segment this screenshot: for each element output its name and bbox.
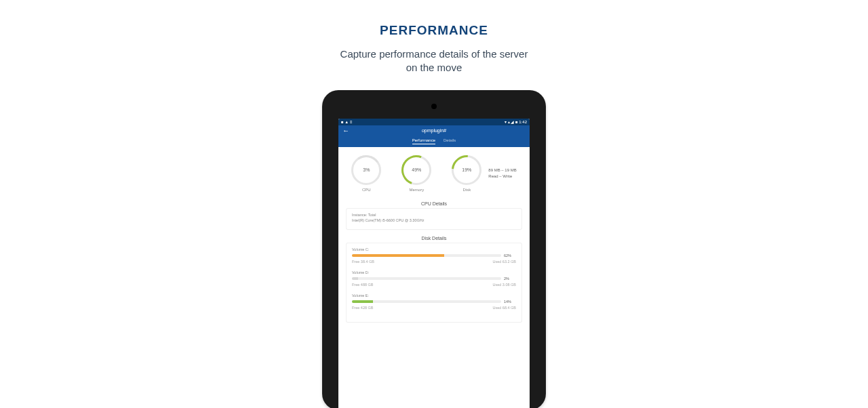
statusbar-left: ■ ▲ ≡ bbox=[341, 120, 352, 124]
gauge-disk[interactable]: 19% bbox=[452, 155, 481, 185]
tab-bar: Performance Details bbox=[338, 136, 530, 147]
disk-item-name: Volume E: bbox=[352, 293, 516, 298]
cpu-instance-line: Instance: Total bbox=[352, 213, 516, 217]
gauge-disk-label: Disk bbox=[462, 188, 471, 192]
tablet-frame: ■ ▲ ≡ ▾ ▴ ◢ ■ 1:42 ← opmplugin# Performa… bbox=[322, 90, 546, 409]
statusbar-right-text: ▾ ▴ ◢ ■ 1:42 bbox=[505, 119, 527, 124]
disk-item: Volume D:2%Free 488 GBUsed 3.08 GB bbox=[352, 270, 516, 287]
gauge-disk-row: 19% Disk 89 MB – 19 MB Read – Write bbox=[452, 155, 516, 192]
disk-item-name: Volume C: bbox=[352, 247, 516, 251]
disk-usage-bar: 2% bbox=[352, 277, 516, 281]
android-statusbar: ■ ▲ ≡ ▾ ▴ ◢ ■ 1:42 bbox=[338, 119, 530, 125]
disk-meta: Free 38.4 GBUsed 63.2 GB bbox=[352, 260, 516, 264]
disk-free-label: Free 428 GB bbox=[352, 306, 374, 310]
bar-track bbox=[352, 254, 501, 257]
gauge-memory-block: 49% Memory bbox=[401, 155, 431, 192]
gauge-cpu[interactable]: 3% bbox=[351, 155, 381, 185]
disk-usage-bar: 14% bbox=[352, 300, 516, 304]
disk-used-label: Used 63.2 GB bbox=[492, 260, 516, 264]
disk-used-label: Used 3.08 GB bbox=[492, 283, 516, 287]
bar-fill bbox=[352, 254, 444, 257]
bar-fill bbox=[352, 277, 358, 280]
bar-track bbox=[352, 277, 501, 280]
hero-sub-line2: on the move bbox=[406, 62, 462, 73]
gauge-disk-arc-icon bbox=[446, 149, 488, 191]
disk-item: Volume E:14%Free 428 GBUsed 68.4 GB bbox=[352, 293, 516, 310]
hero: PERFORMANCE Capture performance details … bbox=[0, 0, 868, 75]
gauge-memory-label: Memory bbox=[409, 188, 424, 192]
disk-meta: Free 428 GBUsed 68.4 GB bbox=[352, 306, 516, 310]
disk-free-label: Free 38.4 GB bbox=[352, 260, 374, 264]
tab-details[interactable]: Details bbox=[443, 138, 456, 144]
disk-throughput-line2: Read – Write bbox=[488, 174, 516, 179]
statusbar-right: ▾ ▴ ◢ ■ 1:42 bbox=[505, 119, 527, 124]
hero-sub-line1: Capture performance details of the serve… bbox=[340, 48, 528, 60]
bar-percent: 14% bbox=[504, 300, 516, 304]
bar-fill bbox=[352, 300, 373, 303]
cpu-model-line: Intel(R) Core(TM) i5-6600 CPU @ 3.30GHz bbox=[352, 218, 516, 222]
disk-throughput-line1: 89 MB – 19 MB bbox=[488, 167, 516, 173]
gauge-cpu-label: CPU bbox=[362, 188, 371, 192]
statusbar-left-text: ■ ▲ ≡ bbox=[341, 120, 352, 124]
disk-details-card[interactable]: Volume C:62%Free 38.4 GBUsed 63.2 GBVolu… bbox=[347, 243, 521, 322]
disk-usage-bar: 62% bbox=[352, 253, 516, 258]
bar-percent: 2% bbox=[504, 277, 516, 281]
cpu-details-card[interactable]: Instance: Total Intel(R) Core(TM) i5-660… bbox=[347, 209, 521, 229]
gauge-cpu-block: 3% CPU bbox=[351, 155, 381, 192]
bar-track bbox=[352, 300, 501, 303]
disk-free-label: Free 488 GB bbox=[352, 283, 374, 287]
disk-throughput: 89 MB – 19 MB Read – Write bbox=[488, 167, 516, 179]
disk-item-name: Volume D: bbox=[352, 270, 516, 274]
disk-item: Volume C:62%Free 38.4 GBUsed 63.2 GB bbox=[352, 247, 516, 264]
tab-performance[interactable]: Performance bbox=[412, 138, 435, 144]
gauge-cpu-arc-icon bbox=[349, 152, 384, 187]
gauge-memory-arc-icon bbox=[397, 150, 436, 189]
tablet-screen: ■ ▲ ≡ ▾ ▴ ◢ ■ 1:42 ← opmplugin# Performa… bbox=[338, 119, 530, 409]
disk-section-title: Disk Details bbox=[338, 236, 530, 241]
hero-subtitle: Capture performance details of the serve… bbox=[0, 47, 868, 75]
gauges-panel: 3% CPU 49% Memory 19% Disk bbox=[338, 147, 530, 196]
cpu-section-title: CPU Details bbox=[338, 201, 530, 206]
app-bar: ← opmplugin# bbox=[338, 125, 530, 136]
gauge-disk-block: 19% Disk bbox=[452, 155, 481, 192]
disk-used-label: Used 68.4 GB bbox=[492, 306, 516, 310]
hero-title: PERFORMANCE bbox=[0, 23, 868, 38]
gauge-memory[interactable]: 49% bbox=[401, 155, 431, 185]
tablet-camera-icon bbox=[431, 104, 437, 109]
appbar-title: opmplugin# bbox=[338, 128, 530, 133]
disk-meta: Free 488 GBUsed 3.08 GB bbox=[352, 283, 516, 287]
bar-percent: 62% bbox=[504, 253, 516, 258]
